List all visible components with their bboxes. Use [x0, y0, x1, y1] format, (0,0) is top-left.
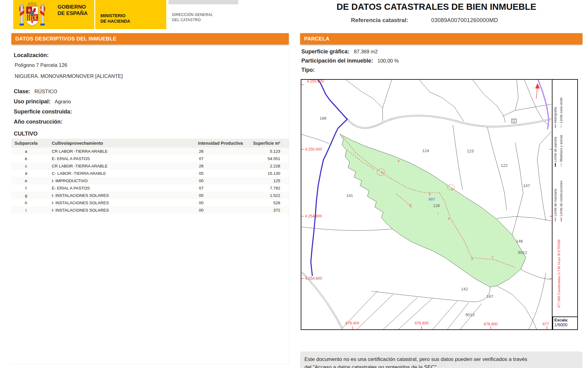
col-cultivo: Cultivo/aprovechamiento — [41, 141, 151, 146]
plabel-text: 124 — [422, 148, 429, 153]
header-gray-strip — [168, 0, 238, 4]
clase-label: Clase: — [14, 88, 30, 94]
hydrography-line — [311, 80, 347, 276]
cultivo-table: Subparcela Cultivo/aprovechamiento Inten… — [11, 139, 289, 214]
table-row: g I- INSTALACIONES SOLARES 00 1.522 — [11, 192, 289, 199]
spain-coat-of-arms-icon — [17, 1, 47, 29]
legend-item: Mobiliario y aceras — [559, 135, 563, 167]
cadastral-document-page: { "header": { "gobierno": {"line1": "GOB… — [0, 0, 588, 368]
cultivo-table-body: a CR LABOR -TIERRA ARABLE 26 5.123 b E- … — [11, 148, 289, 214]
uso-row: Uso principal: Agrario — [14, 98, 71, 105]
localizacion-line2: NIGUERA. MONOVAR/MONOVER [ALICANTE] — [15, 73, 123, 79]
legend-swatch-icon — [555, 163, 556, 167]
plabel-text: 188 — [320, 116, 326, 121]
slabel-text: f — [492, 256, 493, 259]
cadastral-map: 18812412312214114712614690121421679013ah… — [301, 79, 578, 330]
plabel-text: 126 — [433, 203, 440, 208]
participacion-row: Participación del inmueble: 100,00 % — [301, 58, 399, 64]
referencia-catastral-label: Referencia catastral: — [351, 17, 408, 24]
map-legend-strip: 677.000 Coordenadas U.T.M. Huso 30 ETRS8… — [552, 80, 577, 329]
legend-swatch-icon — [561, 163, 562, 167]
legend-swatch-icon — [555, 124, 556, 128]
plabel-text: 122 — [501, 163, 507, 168]
coord-text: 677 — [543, 322, 549, 326]
building-icon — [511, 119, 516, 123]
plabel-text: 167 — [486, 294, 493, 299]
coord-text: 676.800 — [484, 322, 498, 326]
uso-principal-label: Uso principal: — [14, 98, 51, 105]
referencia-catastral-value: 03089A007001260000MD — [431, 17, 498, 24]
legend-swatch-icon — [555, 217, 556, 221]
disclaimer-note: Este documento no es una certificación c… — [300, 351, 582, 368]
coord-text: 4.254.600 — [305, 276, 322, 281]
legend-swatch-icon — [561, 124, 562, 128]
legend-swatch-icon — [561, 217, 562, 221]
plabel-text: 141 — [346, 193, 353, 198]
superficie-grafica-label: Superficie gráfica: — [301, 48, 349, 55]
slabel-text: c — [451, 187, 453, 190]
utm-coordinates-note: 677.000 Coordenadas U.T.M. Huso 30 ETRS8… — [557, 240, 561, 308]
uso-principal-value: Agrario — [55, 99, 71, 104]
superficie-grafica-row: Superficie gráfica: 87.369 m2 — [301, 48, 378, 55]
slabel-text: e — [448, 217, 450, 220]
legend-item: Límite de construcciones — [559, 181, 563, 221]
ministerio-label: MINISTERIODE HACIENDA — [100, 13, 130, 24]
highlighted-parcel-green — [340, 134, 526, 287]
hlabel-text: 007 — [428, 197, 435, 201]
logo-separator — [94, 0, 95, 29]
superficie-grafica-value: 87.369 m2 — [354, 49, 378, 54]
gobierno-label: GOBIERNODE ESPAÑA — [58, 4, 88, 17]
table-row: a CR LABOR -TIERRA ARABLE 26 5.123 — [11, 148, 289, 155]
localizacion-label: Localización: — [14, 52, 49, 59]
table-row: e I- IMPRODUCTIVO 00 125 — [11, 177, 289, 184]
plabel-text: 9013 — [466, 312, 475, 317]
north-arrow-icon — [535, 83, 540, 99]
localizacion-line1: Polígono 7 Parcela 126 — [15, 62, 67, 68]
coord-text: 4.255.000 — [305, 147, 322, 151]
slabel-text: d — [471, 257, 473, 261]
legend-item: Límite de manzana — [553, 189, 557, 221]
slabel-text: b — [429, 192, 431, 196]
coord-text: 4.255.200 — [307, 80, 324, 83]
coord-text: 4.254.800 — [305, 214, 322, 218]
cultivo-table-header: Subparcela Cultivo/aprovechamiento Inten… — [11, 139, 289, 148]
legend-rotated: 677.000 Coordenadas U.T.M. Huso 30 ETRS8… — [552, 80, 577, 316]
plabel-text: 142 — [461, 287, 468, 291]
escala-value: 1/6000 — [554, 322, 577, 327]
plabel-text: 9012 — [518, 250, 527, 255]
datos-descriptivos-panel: DATOS DESCRIPTIVOS DEL INMUEBLE Localiza… — [11, 33, 289, 364]
tipo-label: Tipo: — [301, 67, 315, 73]
legend-item: Límite de parcela — [553, 137, 557, 167]
slabel-text: i — [438, 212, 439, 215]
table-row: i I- INSTALACIONES SOLARES 00 372 — [11, 206, 289, 214]
escala-box: Escala: 1/6000 — [552, 316, 577, 329]
coord-text: 676.600 — [415, 321, 429, 325]
government-logo-box — [13, 0, 166, 29]
datos-descriptivos-header: DATOS DESCRIPTIVOS DEL INMUEBLE — [11, 33, 289, 44]
page-title: DE DATOS CATASTRALES DE BIEN INMUEBLE — [300, 2, 573, 12]
table-row: b E- ERIAL A PASTOS 07 54.551 — [11, 155, 289, 162]
table-row: c CR LABOR -TIERRA ARABLE 26 2.226 — [11, 162, 289, 170]
table-row: d C- LABOR -TIERRA ARABLE 05 15.130 — [11, 170, 289, 177]
clase-row: Clase: RÚSTICO — [14, 88, 57, 95]
coord-text: 676.400 — [345, 321, 359, 325]
table-row: h I- INSTALACIONES SOLARES 00 528 — [11, 199, 289, 206]
slabel-text: a — [398, 159, 399, 163]
direccion-general-label: DIRECCIÓN GENERALDEL CATASTRO — [172, 12, 213, 23]
legend-item: Hidrografía — [553, 107, 557, 128]
col-superficie: Superficie m² — [243, 141, 289, 146]
slabel-text: h — [382, 171, 384, 174]
parcela-header: PARCELA — [300, 33, 582, 44]
cultivo-title: CULTIVO — [14, 131, 38, 137]
legend-item: Límite zona verde — [559, 98, 563, 128]
slabel-text: g — [409, 203, 411, 207]
participacion-value: 100,00 % — [378, 58, 399, 63]
escala-label: Escala: — [554, 318, 577, 322]
parcela-panel: PARCELA Superficie gráfica: 87.369 m2 Pa… — [300, 33, 582, 368]
cadastral-map-drawing: 18812412312214114712614690121421679013ah… — [301, 80, 552, 329]
superficie-construida-label: Superficie construida: — [14, 109, 72, 115]
col-intensidad: Intensidad Productiva — [151, 141, 243, 146]
plabel-text: 123 — [467, 149, 473, 153]
col-subparcela: Subparcela — [11, 141, 41, 146]
plabel-text: 147 — [523, 183, 530, 188]
